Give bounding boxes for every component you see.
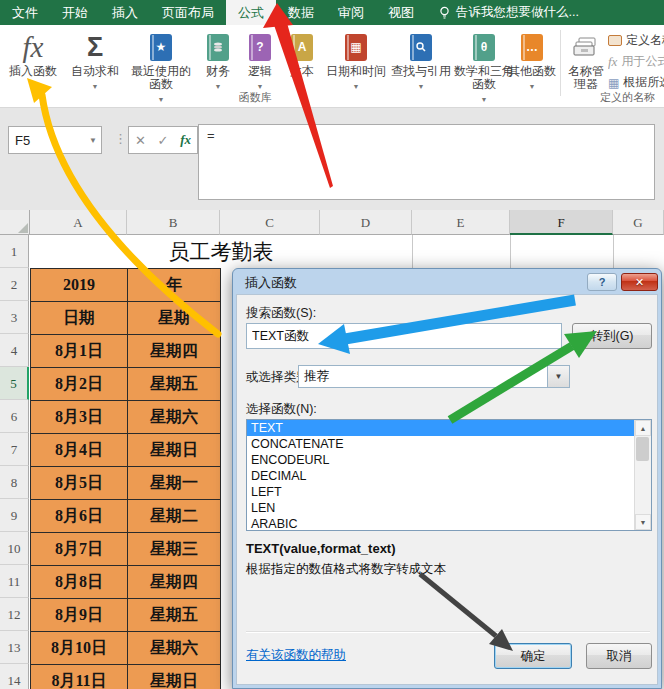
formula-input[interactable]: = [198,124,655,200]
cell-b11[interactable]: 星期四 [128,566,221,599]
function-list-item[interactable]: ENCODEURL [247,452,651,468]
column-header-f[interactable]: F [510,210,613,235]
financial-button[interactable]: 财务 ▼ [198,29,238,93]
name-box-dropdown-icon[interactable]: ▼ [89,136,97,145]
logical-button[interactable]: ? 逻辑 ▼ [240,29,280,93]
cell-b8[interactable]: 星期一 [128,467,221,500]
date-time-button[interactable]: ▦ 日期和时间 ▼ [324,29,388,93]
cell-a3[interactable]: 日期 [31,302,128,335]
name-manager-button[interactable]: 名称管理器 [564,29,608,91]
search-function-input[interactable] [246,323,562,349]
cell-a7[interactable]: 8月4日 [31,434,128,467]
row-header-12[interactable]: 12 [0,598,29,631]
cell-a11[interactable]: 8月8日 [31,566,128,599]
row-header-2[interactable]: 2 [0,268,29,301]
row-header-1[interactable]: 1 [0,235,29,268]
cancel-entry-icon[interactable]: ✕ [135,133,146,148]
define-name-button[interactable]: 定义名称 [608,31,664,50]
function-list-item[interactable]: LEN [247,500,651,516]
cell-a14[interactable]: 8月11日 [31,665,128,689]
dialog-help-button[interactable]: ? [587,273,617,291]
row-header-10[interactable]: 10 [0,532,29,565]
cell-b12[interactable]: 星期五 [128,599,221,632]
use-in-formula-button[interactable]: fx 用于公式 [608,52,664,71]
scroll-up-icon[interactable]: ▲ [635,420,651,436]
dialog-close-button[interactable]: ✕ [621,273,658,291]
cell-b10[interactable]: 星期三 [128,533,221,566]
gridline [510,235,511,268]
tab-file[interactable]: 文件 [0,0,50,25]
tell-me-box[interactable]: 告诉我您想要做什么... [438,4,579,21]
name-box[interactable]: ▼ [8,126,102,154]
function-list-item-selected[interactable]: TEXT [247,420,651,436]
function-list-item[interactable]: LEFT [247,484,651,500]
row-header-13[interactable]: 13 [0,631,29,664]
row-header-8[interactable]: 8 [0,466,29,499]
insert-function-fx-icon[interactable]: fx [180,132,191,148]
cell-b14[interactable]: 星期日 [128,665,221,689]
select-all-corner[interactable] [0,210,30,235]
autosum-button[interactable]: Σ 自动求和 ▼ [66,29,124,93]
function-list-item[interactable]: CONCATENATE [247,436,651,452]
row-header-4[interactable]: 4 [0,334,29,367]
tab-page-layout[interactable]: 页面布局 [150,0,226,25]
column-header-e[interactable]: E [412,210,510,235]
ok-button[interactable]: 确定 [494,643,572,669]
cell-b3[interactable]: 星期 [128,302,221,335]
tab-data[interactable]: 数据 [276,0,326,25]
more-functions-button[interactable]: … 其他函数 ▼ [506,29,558,93]
text-button[interactable]: A 文本 ▼ [282,29,322,93]
tab-home[interactable]: 开始 [50,0,100,25]
function-help-link[interactable]: 有关该函数的帮助 [246,647,346,664]
row-header-9[interactable]: 9 [0,499,29,532]
insert-function-button[interactable]: fx 插入函数 [2,29,64,78]
row-header-11[interactable]: 11 [0,565,29,598]
cell-a13[interactable]: 8月10日 [31,632,128,665]
cell-b5[interactable]: 星期五 [128,368,221,401]
name-box-input[interactable] [9,132,87,149]
cell-a9[interactable]: 8月6日 [31,500,128,533]
function-list-item[interactable]: ARABIC [247,516,651,531]
column-header-d[interactable]: D [320,210,412,235]
cell-b9[interactable]: 星期二 [128,500,221,533]
column-header-b[interactable]: B [127,210,220,235]
cell-a12[interactable]: 8月9日 [31,599,128,632]
confirm-entry-icon[interactable]: ✓ [158,133,169,148]
cancel-button[interactable]: 取消 [586,643,652,669]
column-header-c[interactable]: C [220,210,320,235]
cell-a2[interactable]: 2019 [31,269,128,302]
tab-insert[interactable]: 插入 [100,0,150,25]
cell-a10[interactable]: 8月7日 [31,533,128,566]
scroll-down-icon[interactable]: ▼ [635,514,651,530]
dropdown-arrow-icon[interactable]: ▼ [547,366,569,387]
cell-b4[interactable]: 星期四 [128,335,221,368]
tab-formulas[interactable]: 公式 [226,0,276,25]
scrollbar-thumb[interactable] [636,437,649,461]
tab-view[interactable]: 视图 [376,0,426,25]
cell-a4[interactable]: 8月1日 [31,335,128,368]
cell-a6[interactable]: 8月3日 [31,401,128,434]
row-header-6[interactable]: 6 [0,400,29,433]
sheet-title-cell[interactable]: 员工考勤表 [30,235,412,268]
list-scrollbar[interactable]: ▲ ▼ [634,420,651,530]
function-list-item[interactable]: DECIMAL [247,468,651,484]
cell-b7[interactable]: 星期日 [128,434,221,467]
column-header-a[interactable]: A [30,210,127,235]
tab-review[interactable]: 审阅 [326,0,376,25]
cell-b2[interactable]: 年 [128,269,221,302]
go-button[interactable]: 转到(G) [572,323,652,349]
function-list[interactable]: TEXT CONCATENATE ENCODEURL DECIMAL LEFT … [246,419,652,531]
math-trig-button[interactable]: θ 数学和三角函数 ▼ [454,29,514,106]
cell-a8[interactable]: 8月5日 [31,467,128,500]
row-header-5[interactable]: 5 [0,367,29,400]
column-header-g[interactable]: G [613,210,664,235]
recently-used-button[interactable]: ★ 最近使用的函数 ▼ [126,29,196,106]
row-header-7[interactable]: 7 [0,433,29,466]
lookup-reference-button[interactable]: 查找与引用 ▼ [390,29,452,93]
category-dropdown[interactable]: 推荐 ▼ [298,365,570,388]
row-header-3[interactable]: 3 [0,301,29,334]
row-header-14[interactable]: 14 [0,664,29,689]
cell-b13[interactable]: 星期六 [128,632,221,665]
cell-a5[interactable]: 8月2日 [31,368,128,401]
cell-b6[interactable]: 星期六 [128,401,221,434]
